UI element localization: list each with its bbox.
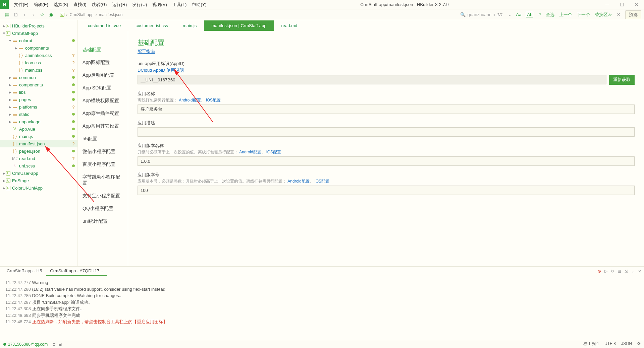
menu-item[interactable]: 工具(T) <box>170 0 190 9</box>
menu-item[interactable]: 跳转(G) <box>89 0 110 9</box>
editor-tab[interactable]: customerList.vue <box>80 20 128 31</box>
status-user[interactable]: 1731566380@qq.com <box>8 342 48 347</box>
config-nav-item[interactable]: 微信小程序配置 <box>78 145 128 158</box>
console-collapse-icon[interactable]: ⌄ <box>631 269 635 274</box>
editor-tab[interactable]: main.js <box>175 20 204 31</box>
prev-match[interactable]: 上一个 <box>559 12 572 18</box>
tree-node[interactable]: VApp.vue <box>0 125 77 133</box>
android-config-link[interactable]: Android配置 <box>179 98 201 102</box>
tree-node[interactable]: ▶UCrmUser-app <box>0 169 77 177</box>
ios-config-link[interactable]: iOS配置 <box>206 98 221 102</box>
tree-node[interactable]: ▶▬components <box>0 81 77 88</box>
tree-node[interactable]: { }main.js <box>0 133 77 140</box>
config-nav-item[interactable]: 基础配置 <box>78 44 128 56</box>
tree-node[interactable]: { }animation.css? <box>0 52 77 59</box>
maximize-button[interactable]: ☐ <box>614 0 629 9</box>
menu-item[interactable]: 文件(F) <box>11 0 31 9</box>
console-restart-icon[interactable]: ↻ <box>611 269 614 274</box>
close-button[interactable]: ✕ <box>629 0 644 9</box>
save-icon[interactable]: 🗋 <box>11 11 20 19</box>
status-sync-icon[interactable]: ⟳ <box>637 341 641 347</box>
tree-node[interactable]: { }manifest.json? <box>0 140 77 147</box>
search-input[interactable]: 🔍 guanzhuanniu <box>460 12 495 17</box>
editor-tab[interactable]: read.md <box>274 20 305 31</box>
replace-area[interactable]: 替换区≫ <box>595 12 612 18</box>
appdesc-input[interactable] <box>138 127 635 137</box>
next-match[interactable]: 下一个 <box>577 12 590 18</box>
vercode-input[interactable] <box>138 186 635 195</box>
menu-item[interactable]: 帮助(Y) <box>189 0 209 9</box>
chevron-down-icon[interactable]: ⌄ <box>508 12 512 17</box>
vername-input[interactable] <box>138 156 635 166</box>
status-encoding[interactable]: UTF-8 <box>604 341 616 347</box>
tree-node[interactable]: ▼▬colorui <box>0 37 77 44</box>
menu-item[interactable]: 运行(R) <box>109 0 129 9</box>
android-config-link-3[interactable]: Android配置 <box>287 179 309 184</box>
config-nav-item[interactable]: 字节跳动小程序配置 <box>78 171 128 190</box>
word-toggle[interactable]: Ab <box>526 12 533 17</box>
android-config-link-2[interactable]: Android配置 <box>239 150 261 154</box>
config-nav-item[interactable]: App常用其它设置 <box>78 120 128 133</box>
menu-item[interactable]: 查找(I) <box>71 0 89 9</box>
tree-node[interactable]: { }main.css? <box>0 66 77 74</box>
appname-input[interactable] <box>138 105 635 114</box>
tree-node[interactable]: ▶UColorUI-UniApp <box>0 184 77 192</box>
preview-button[interactable]: 预览 <box>625 10 641 19</box>
close-search[interactable]: ✕ <box>617 12 621 17</box>
ios-config-link-2[interactable]: iOS配置 <box>266 150 281 154</box>
config-nav-item[interactable]: 百度小程序配置 <box>78 158 128 171</box>
config-nav-item[interactable]: App图标配置 <box>78 56 128 69</box>
tree-node[interactable]: ▶UHBuilderProjects <box>0 22 77 29</box>
config-nav-item[interactable]: uni统计配置 <box>78 215 128 228</box>
tree-node[interactable]: ▶▬platforms? <box>0 103 77 111</box>
menu-item[interactable]: 发行(U) <box>129 0 150 9</box>
nav-back-icon[interactable]: ‹ <box>20 11 29 19</box>
console-clear-icon[interactable]: ▦ <box>618 269 621 274</box>
appid-input[interactable] <box>138 75 606 84</box>
tree-node[interactable]: M#read.md? <box>0 155 77 162</box>
run-icon[interactable]: ☆ <box>38 11 46 19</box>
tree-node[interactable]: ▶▬static <box>0 111 77 118</box>
editor-tab[interactable]: manifest.json | CrmStaff-app <box>204 20 274 31</box>
refetch-button[interactable]: 重新获取 <box>609 75 635 85</box>
console-export-icon[interactable]: ⇲ <box>625 269 628 274</box>
ios-config-link-3[interactable]: iOS配置 <box>315 179 329 184</box>
config-nav-item[interactable]: QQ小程序配置 <box>78 202 128 215</box>
console-stop-icon[interactable]: ⊘ <box>598 269 601 274</box>
tree-node[interactable]: ▶UEdStage <box>0 177 77 184</box>
nav-forward-icon[interactable]: › <box>29 11 38 19</box>
tree-node[interactable]: ▼UCrmStaff-app <box>0 29 77 37</box>
select-all[interactable]: 全选 <box>546 12 554 18</box>
config-nav-item[interactable]: App启动图配置 <box>78 69 128 82</box>
debug-icon[interactable]: ◉ <box>46 11 55 19</box>
tree-node[interactable]: ▶▬libs <box>0 88 77 96</box>
config-nav-item[interactable]: h5配置 <box>78 133 128 145</box>
tree-node[interactable]: ♭uni.scss <box>0 162 77 169</box>
case-toggle[interactable]: Aa <box>516 12 522 17</box>
tree-node[interactable]: ▶▬common <box>0 74 77 81</box>
console-close-icon[interactable]: ✕ <box>638 269 641 274</box>
minimize-button[interactable]: ─ <box>600 0 614 9</box>
menu-item[interactable]: 编辑(E) <box>31 0 51 9</box>
console-run-icon[interactable]: ▷ <box>604 269 607 274</box>
config-guide-link[interactable]: 配置指南 <box>138 49 155 54</box>
config-nav-item[interactable]: App模块权限配置 <box>78 94 128 107</box>
console-tab[interactable]: CrmStaff-app - A7QDU17... <box>46 267 107 276</box>
menu-item[interactable]: 选择(S) <box>51 0 71 9</box>
config-nav-item[interactable]: App SDK配置 <box>78 82 128 94</box>
appid-help-link[interactable]: DCloud AppID 使用说明 <box>138 68 184 73</box>
config-nav-item[interactable]: App原生插件配置 <box>78 107 128 120</box>
tree-node[interactable]: ▶▬components <box>0 44 77 52</box>
editor-tab[interactable]: customerList.css <box>128 20 175 31</box>
new-file-icon[interactable]: ▤ <box>3 11 11 19</box>
tree-node[interactable]: { }icon.css? <box>0 59 77 66</box>
tree-node[interactable]: ▶▬pages <box>0 96 77 103</box>
status-language[interactable]: JSON <box>621 341 632 347</box>
config-nav-item[interactable]: 支付宝小程序配置 <box>78 190 128 202</box>
tree-node[interactable]: ▶▬unpackage <box>0 118 77 125</box>
console-tab[interactable]: CrmStaff-app - H5 <box>3 267 46 276</box>
tree-node[interactable]: { }pages.json <box>0 147 77 155</box>
status-terminal-icon[interactable]: ▣ <box>58 342 62 347</box>
menu-item[interactable]: 视图(V) <box>150 0 169 9</box>
status-list-icon[interactable]: ≣ <box>52 342 56 347</box>
